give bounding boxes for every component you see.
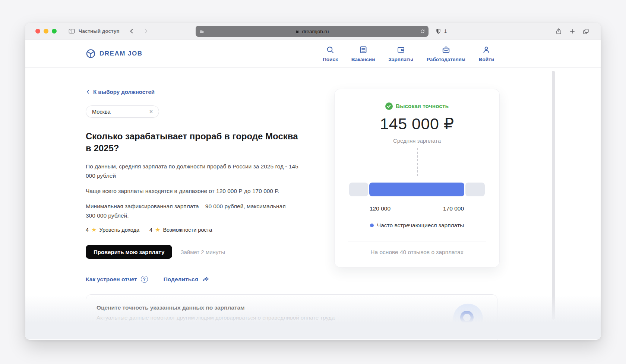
privacy-report[interactable]: 1 (435, 23, 447, 39)
site-logo-text: DREAM JOB (99, 50, 143, 57)
salary-report-main: К выбору должностей Москва ✕ Сколько зар… (86, 89, 300, 283)
rate-accuracy-card: Оцените точность указанных данных по зар… (86, 294, 497, 340)
share-arrow-icon (202, 276, 210, 283)
new-tab-icon[interactable] (569, 28, 576, 35)
salary-bar-right-tail (465, 183, 485, 196)
back-button-icon[interactable] (129, 28, 135, 34)
back-to-positions-link[interactable]: К выбору должностей (86, 89, 300, 95)
chevron-left-icon (86, 89, 91, 94)
url-display: dreamjob.ru (196, 29, 429, 34)
briefcase-icon (442, 45, 450, 54)
private-browsing-label: Частный доступ (79, 28, 120, 34)
reload-icon[interactable] (420, 29, 425, 34)
minmax-paragraph: Минимальная зафиксированная зарплата – 9… (86, 202, 300, 220)
range-max-label: 170 000 (430, 205, 477, 212)
lock-icon (295, 29, 300, 34)
secondary-links-row: Как устроен отчет ? Поделиться (86, 276, 300, 283)
main-nav: Поиск Вакансии Зарплаты (323, 45, 494, 62)
rate-accuracy-title: Оцените точность указанных данных по зар… (97, 304, 487, 311)
reviews-footnote: На основе 40 отзывов о зарплатах (335, 249, 499, 256)
chart-legend: Часто встречающиеся зарплаты (335, 222, 499, 229)
range-paragraph: Чаще всего зарплаты находятся в диапазон… (86, 186, 300, 196)
check-my-salary-button[interactable]: Проверить мою зарплату (86, 245, 172, 259)
average-marker-dashed-line (417, 148, 418, 176)
salary-summary-card: Высокая точность 145 000 ₽ Средняя зарпл… (334, 89, 500, 268)
ring-icon (460, 311, 474, 324)
share-report-link[interactable]: Поделиться (164, 276, 210, 283)
average-salary-caption: Средняя зарплата (335, 137, 499, 144)
search-icon (326, 45, 335, 54)
toolbar-actions (555, 23, 589, 39)
range-min-label: 120 000 (357, 205, 403, 212)
feedback-illustration (453, 304, 483, 333)
cta-row: Проверить мою зарплату Займет 2 минуты (86, 245, 300, 259)
close-window-button[interactable] (35, 29, 40, 34)
window-controls (35, 29, 57, 34)
browser-titlebar: Частный доступ dreamjob.ru 1 (25, 23, 601, 39)
star-icon: ★ (155, 227, 160, 233)
rate-accuracy-subtitle: Актуальные данные помогают другим людям … (97, 314, 487, 321)
site-logo[interactable]: DREAM JOB (86, 48, 143, 58)
document-list-icon (359, 45, 368, 54)
sidebar-toggle-icon[interactable] (68, 28, 75, 35)
nav-item-login[interactable]: Войти (479, 45, 494, 62)
close-icon[interactable]: ✕ (149, 109, 153, 114)
ratings-row: 4 ★ Уровень дохода 4 ★ Возможности роста (86, 227, 300, 233)
accuracy-badge: Высокая точность (335, 102, 499, 110)
tracker-count: 1 (444, 29, 447, 34)
wallet-icon (396, 45, 405, 54)
legend-dot-icon (370, 224, 374, 227)
star-icon: ★ (91, 227, 97, 233)
question-icon: ? (141, 276, 148, 283)
average-salary-amount: 145 000 ₽ (335, 114, 499, 133)
salary-bar-left-tail (349, 183, 368, 196)
site-header: DREAM JOB Поиск Вакансии (25, 39, 601, 68)
growth-opportunity-rating: 4 ★ Возможности роста (149, 227, 212, 233)
page-content: DREAM JOB Поиск Вакансии (25, 39, 601, 339)
minimize-window-button[interactable] (44, 29, 48, 34)
tab-overview-icon[interactable] (582, 28, 589, 35)
card-divider (348, 241, 486, 241)
address-bar[interactable]: dreamjob.ru (196, 26, 429, 37)
nav-item-search[interactable]: Поиск (323, 45, 338, 62)
summary-paragraph: По данным, средняя зарплата по должности… (86, 162, 300, 180)
url-text: dreamjob.ru (302, 29, 329, 34)
person-icon (482, 45, 491, 54)
how-report-works-link[interactable]: Как устроен отчет ? (86, 276, 148, 283)
nav-item-vacancies[interactable]: Вакансии (351, 45, 375, 62)
forward-button-icon[interactable] (143, 28, 149, 34)
city-chip-label: Москва (92, 109, 111, 115)
share-icon[interactable] (555, 28, 562, 35)
page-scrollbar[interactable] (552, 71, 555, 320)
browser-window: Частный доступ dreamjob.ru 1 (25, 23, 601, 340)
nav-item-salaries[interactable]: Зарплаты (388, 45, 413, 62)
city-filter-chip[interactable]: Москва ✕ (86, 105, 159, 118)
page-title: Сколько зарабатывает прораб в городе Мос… (86, 130, 300, 154)
salary-bar-common-range (369, 183, 464, 196)
nav-item-employers[interactable]: Работодателям (427, 45, 465, 62)
check-circle-icon (385, 102, 393, 110)
income-level-rating: 4 ★ Уровень дохода (86, 227, 139, 233)
dreamjob-logo-icon (86, 48, 96, 58)
cta-duration-note: Займет 2 минуты (180, 249, 225, 255)
zoom-window-button[interactable] (52, 29, 57, 34)
